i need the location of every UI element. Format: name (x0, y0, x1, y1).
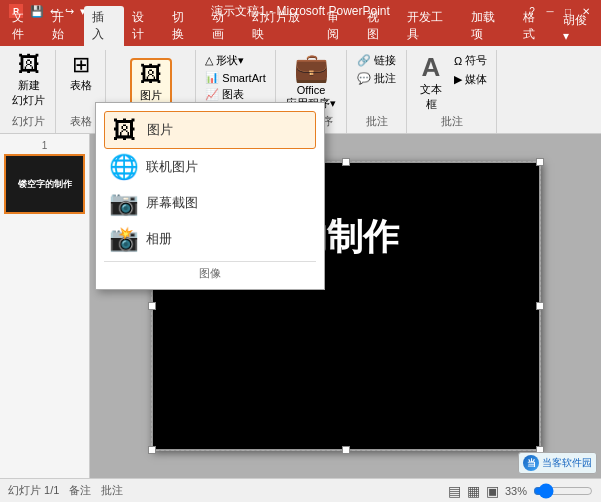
dropdown-screenshot-label: 屏幕截图 (146, 194, 198, 212)
textbox-label: 文本框 (420, 82, 442, 112)
watermark: 当 当客软件园 (518, 452, 597, 474)
status-left: 幻灯片 1/1 备注 批注 (8, 483, 123, 498)
shapes-label: 形状▾ (216, 53, 244, 68)
ribbon-group-slides: 🖼 新建幻灯片 幻灯片 (2, 50, 56, 133)
symbol-icon: Ω (454, 55, 462, 67)
link-label: 链接 (374, 53, 396, 68)
notes-btn[interactable]: 备注 (69, 483, 91, 498)
ribbon-toolbar: 🖼 新建幻灯片 幻灯片 ⊞ 表格 表格 🖼 图片 图像 △ (0, 46, 601, 134)
view-outline-icon[interactable]: ▦ (467, 483, 480, 499)
comment-label: 批注 (374, 71, 396, 86)
table-items: ⊞ 表格 (63, 52, 99, 114)
chart-label: 图表 (222, 87, 244, 102)
dropdown-online-icon: 🌐 (108, 153, 140, 181)
handle-bl[interactable] (148, 446, 156, 454)
image-icon: 🖼 (140, 64, 162, 86)
image-label: 图片 (140, 88, 162, 103)
tab-format[interactable]: 格式 (515, 6, 555, 46)
ribbon-group-text: A 文本框 Ω 符号 ▶ 媒体 批注 (407, 50, 497, 133)
status-right: ▤ ▦ ▣ 33% (448, 483, 593, 499)
dropdown-album-icon: 📸 (108, 225, 140, 253)
tab-design[interactable]: 设计 (124, 6, 164, 46)
handle-tm[interactable] (342, 158, 350, 166)
tab-insert[interactable]: 插入 (84, 6, 124, 46)
comment-button[interactable]: 💬 批注 (354, 70, 399, 87)
symbol-button[interactable]: Ω 符号 (451, 52, 490, 69)
table-group-label: 表格 (70, 114, 92, 131)
watermark-icon: 当 (523, 455, 539, 471)
media-button[interactable]: ▶ 媒体 (451, 71, 490, 88)
dropdown-picture-icon: 🖼 (109, 116, 141, 144)
slides-group-label: 幻灯片 (12, 114, 45, 131)
status-bar: 幻灯片 1/1 备注 批注 ▤ ▦ ▣ 33% (0, 478, 601, 502)
shapes-button[interactable]: △ 形状▾ (202, 52, 247, 69)
new-slide-button[interactable]: 🖼 新建幻灯片 (8, 52, 49, 110)
ribbon-tabs: 文件 开始 插入 设计 切换 动画 幻灯片放映 审阅 视图 开发工具 加载项 格… (0, 22, 601, 46)
zoom-level: 33% (505, 485, 527, 497)
tab-addins[interactable]: 加载项 (463, 6, 515, 46)
table-icon: ⊞ (72, 54, 90, 76)
smartart-icon: 📊 (205, 71, 219, 84)
ribbon-group-links: 🔗 链接 💬 批注 批注 (347, 50, 407, 133)
text-group-label: 批注 (441, 114, 463, 131)
chart-button[interactable]: 📈 图表 (202, 86, 247, 103)
tab-transitions[interactable]: 切换 (164, 6, 204, 46)
dropdown-picture[interactable]: 🖼 图片 (104, 111, 316, 149)
textbox-button[interactable]: A 文本框 (413, 52, 449, 114)
dropdown-screenshot[interactable]: 📷 屏幕截图 (104, 185, 316, 221)
dropdown-screenshot-icon: 📷 (108, 189, 140, 217)
handle-mr[interactable] (536, 302, 544, 310)
table-label: 表格 (70, 78, 92, 93)
dropdown-album[interactable]: 📸 相册 (104, 221, 316, 257)
dropdown-album-label: 相册 (146, 230, 172, 248)
symbol-label: 符号 (465, 53, 487, 68)
textbox-icon: A (422, 54, 441, 80)
slides-items: 🖼 新建幻灯片 (8, 52, 49, 114)
tab-user[interactable]: 胡俊▾ (555, 9, 601, 46)
handle-ml[interactable] (148, 302, 156, 310)
handle-tr[interactable] (536, 158, 544, 166)
new-slide-label: 新建幻灯片 (12, 78, 45, 108)
link-icon: 🔗 (357, 54, 371, 67)
tab-file[interactable]: 文件 (4, 6, 44, 46)
media-icon: ▶ (454, 73, 462, 86)
image-dropdown-panel: 🖼 图片 🌐 联机图片 📷 屏幕截图 📸 相册 图像 (95, 102, 325, 290)
image-button[interactable]: 🖼 图片 (130, 58, 172, 109)
slide-thumbnail[interactable]: 镂空字的制作 (4, 154, 85, 214)
view-normal-icon[interactable]: ▤ (448, 483, 461, 499)
dropdown-online-label: 联机图片 (146, 158, 198, 176)
media-label: 媒体 (465, 72, 487, 87)
comments-btn[interactable]: 批注 (101, 483, 123, 498)
slide-number: 1 (4, 140, 85, 151)
chart-icon: 📈 (205, 88, 219, 101)
dropdown-group-label: 图像 (104, 261, 316, 281)
slide-panel: 1 镂空字的制作 (0, 134, 90, 478)
slide-thumb-text: 镂空字的制作 (18, 178, 72, 191)
shapes-icon: △ (205, 54, 213, 67)
comment-icon: 💬 (357, 72, 371, 85)
smartart-button[interactable]: 📊 SmartArt (202, 70, 268, 85)
tab-home[interactable]: 开始 (44, 6, 84, 46)
dropdown-picture-label: 图片 (147, 121, 173, 139)
watermark-text: 当客软件园 (542, 456, 592, 470)
tab-developer[interactable]: 开发工具 (399, 6, 463, 46)
links-group-label: 批注 (366, 114, 388, 131)
dropdown-online-picture[interactable]: 🌐 联机图片 (104, 149, 316, 185)
view-slide-icon[interactable]: ▣ (486, 483, 499, 499)
window-title: 演示文稿1 - Microsoft PowerPoint (211, 3, 390, 20)
text-items: A 文本框 Ω 符号 ▶ 媒体 (413, 52, 490, 114)
table-button[interactable]: ⊞ 表格 (63, 52, 99, 95)
zoom-slider[interactable] (533, 483, 593, 499)
slide-info: 幻灯片 1/1 (8, 483, 59, 498)
links-items: 🔗 链接 💬 批注 (354, 52, 399, 114)
smartart-label: SmartArt (222, 72, 265, 84)
new-slide-icon: 🖼 (18, 54, 40, 76)
office-apps-icon: 💼 (294, 54, 329, 82)
link-button[interactable]: 🔗 链接 (354, 52, 399, 69)
handle-bm[interactable] (342, 446, 350, 454)
